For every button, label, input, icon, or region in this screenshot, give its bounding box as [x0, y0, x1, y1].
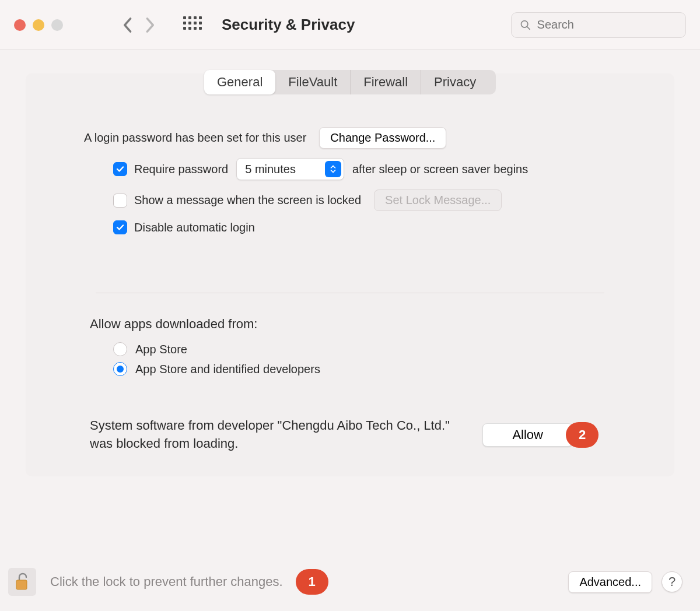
require-password-delay-value: 5 minutes	[245, 163, 325, 176]
checkmark-icon	[116, 223, 125, 232]
tab-general[interactable]: General	[204, 70, 275, 94]
checkmark-icon	[116, 164, 125, 174]
show-all-prefs-button[interactable]	[183, 16, 201, 34]
tab-firewall[interactable]: Firewall	[351, 70, 421, 94]
svg-line-1	[527, 26, 530, 29]
require-password-delay-select[interactable]: 5 minutes	[236, 158, 344, 180]
preference-panel: General FileVault Firewall Privacy A log…	[26, 73, 674, 476]
back-button[interactable]	[116, 13, 139, 37]
show-lock-message-label: Show a message when the screen is locked	[134, 194, 361, 207]
allow-apps-label-identified: App Store and identified developers	[135, 363, 320, 376]
chevron-left-icon	[122, 17, 132, 33]
change-password-button[interactable]: Change Password...	[319, 127, 446, 149]
search-field[interactable]	[511, 12, 686, 38]
set-lock-message-button: Set Lock Message...	[374, 189, 502, 211]
lock-hint-text: Click the lock to prevent further change…	[50, 574, 283, 589]
disable-auto-login-checkbox[interactable]	[113, 220, 127, 234]
toolbar: Security & Privacy	[0, 0, 700, 50]
help-button[interactable]: ?	[662, 571, 682, 592]
footer: Click the lock to prevent further change…	[0, 568, 700, 596]
search-input[interactable]	[537, 18, 677, 31]
tab-bar: General FileVault Firewall Privacy	[204, 70, 496, 94]
require-password-label-prefix: Require password	[134, 163, 228, 176]
advanced-button[interactable]: Advanced...	[568, 571, 652, 593]
tab-filevault[interactable]: FileVault	[275, 70, 351, 94]
divider	[96, 293, 604, 293]
zoom-window-button[interactable]	[51, 19, 63, 31]
annotation-pin-1: 1	[296, 569, 328, 595]
svg-rect-2	[16, 580, 27, 589]
annotation-pin-2: 2	[566, 422, 598, 448]
login-password-text: A login password has been set for this u…	[84, 131, 306, 145]
search-icon	[520, 19, 531, 31]
select-stepper-icon	[325, 161, 341, 177]
traffic-lights	[14, 19, 63, 31]
chevron-right-icon	[145, 17, 156, 33]
allow-apps-heading: Allow apps downloaded from:	[84, 317, 616, 332]
forward-button[interactable]	[139, 13, 162, 37]
lock-open-icon	[13, 572, 31, 592]
lock-button[interactable]	[8, 568, 36, 596]
minimize-window-button[interactable]	[33, 19, 44, 31]
allow-apps-label-appstore: App Store	[135, 343, 187, 356]
allow-apps-radio-appstore[interactable]	[113, 342, 127, 356]
blocked-software-text: System software from developer "Chengdu …	[90, 417, 459, 453]
require-password-label-suffix: after sleep or screen saver begins	[352, 163, 528, 176]
require-password-checkbox[interactable]	[113, 162, 127, 176]
close-window-button[interactable]	[14, 19, 26, 31]
window-title: Security & Privacy	[222, 16, 355, 34]
show-lock-message-checkbox[interactable]	[113, 194, 127, 208]
disable-auto-login-label: Disable automatic login	[134, 221, 255, 234]
allow-apps-radio-identified[interactable]	[113, 362, 127, 376]
tab-privacy[interactable]: Privacy	[421, 70, 489, 94]
